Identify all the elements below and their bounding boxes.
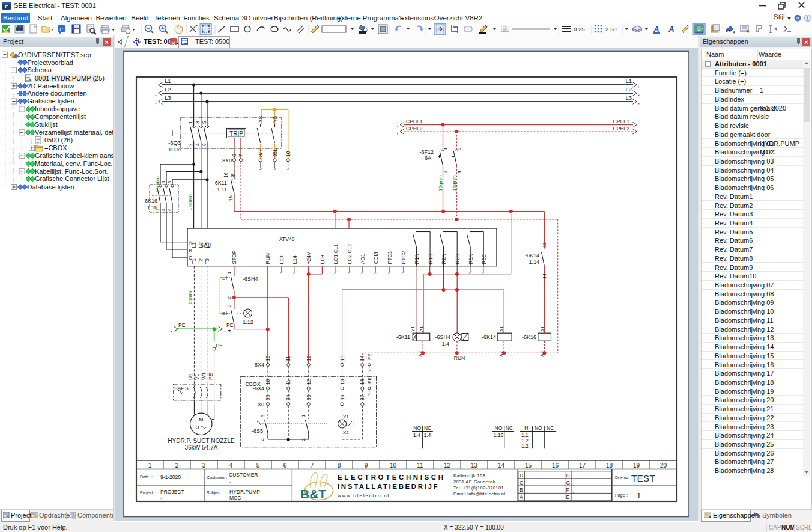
svg-text:17: 17: [579, 462, 586, 469]
svg-text:.: .: [573, 496, 574, 501]
svg-text:2: 2: [155, 208, 160, 211]
svg-text:Kattendijk 168: Kattendijk 168: [453, 473, 485, 478]
svg-text:4: 4: [226, 329, 232, 332]
svg-text:-6K16: -6K16: [143, 198, 157, 204]
svg-text:CUSTOMER: CUSTOMER: [229, 472, 258, 478]
svg-text:-6K14: -6K14: [482, 334, 496, 340]
svg-text:YB: YB: [272, 115, 278, 123]
svg-text:X2: X2: [343, 430, 349, 435]
svg-text:6: 6: [283, 462, 287, 469]
svg-text:12: 12: [306, 379, 312, 385]
svg-text:-6K11: -6K11: [213, 180, 227, 186]
svg-text:L3: L3: [165, 94, 171, 101]
svg-text:?: ?: [796, 16, 799, 22]
svg-text:LO+: LO+: [320, 254, 326, 264]
svg-text:-6K11: -6K11: [396, 334, 410, 340]
svg-text:B&T: B&T: [300, 487, 326, 501]
svg-text:Subject :: Subject :: [207, 491, 223, 495]
svg-text:A: A: [668, 25, 674, 34]
svg-text:=CBOX: =CBOX: [44, 144, 67, 151]
svg-text:NC: NC: [424, 425, 431, 431]
svg-text:CPHL2: CPHL2: [613, 126, 630, 132]
svg-text:.: .: [229, 478, 231, 484]
svg-text:4: 4: [229, 462, 233, 469]
svg-text:6: 6: [201, 143, 207, 146]
svg-text:+24V: +24V: [306, 252, 312, 264]
svg-text:4: 4: [260, 438, 265, 441]
svg-text:Kabellijst, Func-Loc.Sort.: Kabellijst, Func-Loc.Sort.: [35, 168, 108, 175]
svg-text:6A: 6A: [425, 155, 431, 161]
svg-text:Projectvoorblad: Projectvoorblad: [28, 59, 73, 66]
svg-text:19: 19: [633, 462, 640, 469]
svg-text:Stuklijst: Stuklijst: [35, 121, 58, 128]
svg-text:MCC: MCC: [229, 495, 241, 501]
svg-text:T3: T3: [204, 258, 210, 264]
svg-text:4: 4: [456, 170, 462, 173]
svg-text:.: .: [573, 474, 574, 480]
svg-text:3: 3: [202, 462, 206, 469]
svg-text:E: E: [222, 275, 225, 281]
svg-text:15qmm: 15qmm: [438, 175, 443, 191]
svg-text:L1: L1: [625, 78, 632, 84]
svg-text:Materiaal, eenv. Func-Loc.Sort: Materiaal, eenv. Func-Loc.Sort.: [35, 160, 113, 167]
svg-text:100A: 100A: [168, 146, 182, 153]
svg-text:TRIP: TRIP: [229, 130, 243, 137]
svg-text:-6X4: -6X4: [253, 385, 264, 391]
svg-text:9-1-2020: 9-1-2020: [160, 474, 181, 480]
svg-text:E: E: [222, 311, 225, 316]
svg-text:L13: L13: [279, 255, 285, 264]
svg-text:A2: A2: [539, 350, 545, 356]
svg-text:PROJECT: PROJECT: [160, 489, 184, 495]
svg-text:Grafische Kabel-klem aansluitl: Grafische Kabel-klem aansluitlijst: [35, 152, 113, 159]
svg-text:www.btelectro.nl: www.btelectro.nl: [337, 493, 390, 498]
svg-text:Grafische lijsten: Grafische lijsten: [28, 97, 74, 105]
svg-text:E: E: [5, 4, 8, 10]
svg-text:-8X0: -8X0: [220, 157, 232, 164]
svg-text:H: H: [524, 425, 528, 431]
svg-text:-X0: -X0: [256, 402, 264, 408]
svg-text:14: 14: [498, 462, 505, 469]
svg-text:Customer :: Customer :: [207, 475, 227, 480]
svg-text:1: 1: [637, 491, 641, 500]
svg-text:PE: PE: [208, 373, 214, 380]
svg-text:3: 3: [195, 121, 201, 124]
svg-text:T1: T1: [191, 258, 197, 264]
svg-text:11: 11: [285, 379, 291, 385]
svg-text:RUN: RUN: [265, 253, 271, 264]
svg-text:.: .: [526, 489, 527, 494]
svg-text:0500 (26): 0500 (26): [44, 136, 73, 144]
svg-text:ELECTROTECHNISCH: ELECTROTECHNISCH: [338, 474, 446, 481]
svg-text:TEST: TEST: [631, 473, 655, 483]
svg-text:.: .: [573, 482, 574, 487]
svg-text:7: 7: [311, 462, 314, 469]
svg-text:1.14: 1.14: [529, 259, 539, 265]
svg-text::: :: [151, 475, 153, 479]
svg-text:-6F12: -6F12: [419, 149, 434, 155]
svg-text:A: A: [520, 494, 523, 500]
svg-text:12: 12: [444, 462, 451, 469]
svg-text:6: 6: [167, 208, 172, 211]
svg-text:PE: PE: [216, 343, 223, 349]
svg-text:.: .: [526, 496, 527, 501]
svg-text:16: 16: [223, 172, 229, 178]
svg-text:LO2: LO2: [347, 254, 353, 264]
svg-text:NO: NO: [535, 425, 542, 431]
svg-text:1.12: 1.12: [243, 319, 253, 325]
svg-text:1: 1: [301, 414, 306, 417]
svg-text:15: 15: [525, 462, 532, 469]
svg-text:10: 10: [285, 151, 291, 157]
svg-text:4: 4: [161, 208, 166, 211]
svg-text:PE: PE: [367, 377, 372, 384]
svg-text:U1: U1: [187, 373, 193, 380]
svg-text:NO: NO: [495, 425, 503, 431]
svg-text:-6SH4: -6SH4: [243, 276, 258, 282]
svg-text:1.4: 1.4: [423, 432, 431, 438]
svg-text:PTC2: PTC2: [401, 251, 407, 264]
svg-text:-6SH4: -6SH4: [435, 334, 450, 340]
svg-text:O:\DIVERSEN\TEST.sep: O:\DIVERSEN\TEST.sep: [18, 51, 91, 58]
svg-text:3: 3: [196, 424, 199, 430]
svg-text:Page: Page: [615, 493, 625, 498]
svg-text:.: .: [573, 489, 574, 494]
svg-text::: :: [626, 493, 628, 497]
svg-text:3: 3: [456, 147, 462, 150]
